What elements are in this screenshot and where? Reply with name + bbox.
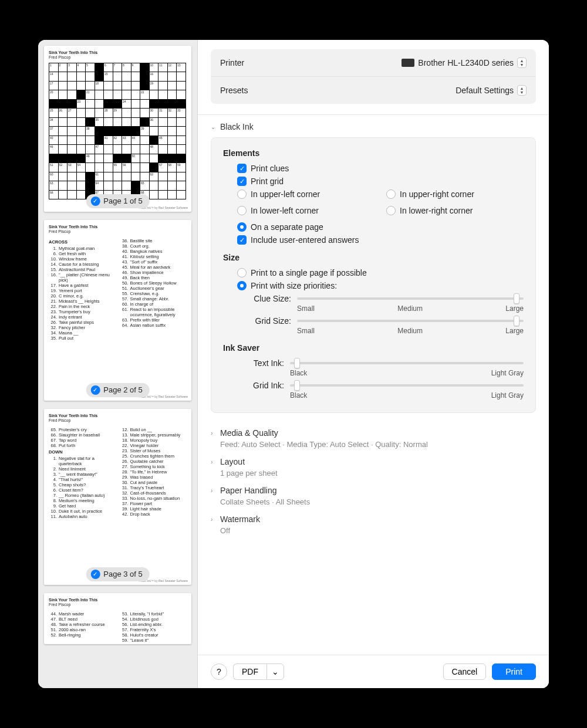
section-paper-handling: ›Paper Handling Collate Sheets · All She… xyxy=(198,479,549,507)
chevron-right-icon: › xyxy=(211,487,217,494)
elements-heading: Elements xyxy=(223,148,524,158)
section-header-paper[interactable]: ›Paper Handling xyxy=(211,486,536,495)
radio-size-priorities[interactable] xyxy=(237,281,247,290)
page-badge-label: Page 1 of 5 xyxy=(103,197,143,206)
text-ink-label: Text Ink: xyxy=(242,358,284,368)
presets-value: Default Settings xyxy=(456,86,514,95)
section-layout: ›Layout 1 page per sheet xyxy=(198,450,549,479)
check-icon: ✓ xyxy=(90,570,100,579)
printer-icon xyxy=(402,59,414,67)
cancel-button[interactable]: Cancel xyxy=(443,663,487,680)
section-sub-layout: 1 page per sheet xyxy=(220,469,536,478)
chevron-updown-icon[interactable]: ▲▼ xyxy=(517,85,527,96)
check-icon: ✓ xyxy=(90,385,100,395)
radio-upper-right[interactable] xyxy=(386,189,396,199)
section-header-layout[interactable]: ›Layout xyxy=(211,457,536,466)
section-header-watermark[interactable]: ›Watermark xyxy=(211,514,536,524)
grid-ink-label: Grid Ink: xyxy=(242,381,284,390)
clue-columns: ACROSS1.Mythical goat-man6.Get fresh wit… xyxy=(49,238,187,341)
page-badge-label: Page 3 of 5 xyxy=(103,570,143,579)
clue-size-slider[interactable] xyxy=(297,297,524,300)
grid-size-label: Grid Size: xyxy=(249,316,291,326)
puzzle-title: Sink Your Teeth Into This xyxy=(49,50,187,55)
crossword-grid: 1234567891011121314151617181920212223242… xyxy=(49,63,187,200)
print-dialog: Sink Your Teeth Into This Fred Piscop 12… xyxy=(38,40,549,688)
settings-pane: Printer Brother HL-L2340D series ▲▼ Pres… xyxy=(198,40,549,688)
puzzle-author: Fred Piscop xyxy=(49,229,187,234)
pdf-button-main[interactable]: PDF xyxy=(233,663,266,680)
section-sub-watermark: Off xyxy=(220,526,536,535)
section-title: Black Ink xyxy=(220,122,254,131)
clue-columns: 65.Protester's cry66.Slaughter in baseba… xyxy=(49,427,187,519)
section-sub-media: Feed: Auto Select · Media Type: Auto Sel… xyxy=(220,440,536,449)
page-thumb-3[interactable]: Sink Your Teeth Into This Fred Piscop 65… xyxy=(44,409,191,585)
checkbox-include-answers[interactable]: ✓ xyxy=(237,235,247,245)
help-button[interactable]: ? xyxy=(211,663,227,680)
clue-columns: 44.Marsh wader47.BLT need48.Take a refre… xyxy=(49,611,187,643)
page-badge-2[interactable]: ✓ Page 2 of 5 xyxy=(86,383,150,397)
presets-label: Presets xyxy=(220,86,248,95)
text-ink-slider[interactable] xyxy=(290,362,524,364)
presets-row[interactable]: Presets Default Settings ▲▼ xyxy=(211,76,536,104)
pdf-button[interactable]: PDF ⌄ xyxy=(233,663,284,680)
top-settings-group: Printer Brother HL-L2340D series ▲▼ Pres… xyxy=(211,49,536,104)
radio-lower-left[interactable] xyxy=(237,206,247,215)
section-header-black-ink[interactable]: ⌄ Black Ink xyxy=(211,122,536,131)
puzzle-title: Sink Your Teeth Into This xyxy=(49,414,187,418)
chevron-down-icon: ⌄ xyxy=(211,124,217,130)
checkbox-print-grid[interactable]: ✓ xyxy=(237,177,247,186)
radio-upper-left[interactable] xyxy=(237,189,247,199)
radio-lower-right[interactable] xyxy=(386,206,396,215)
printer-label: Printer xyxy=(220,58,244,67)
preview-pane: Sink Your Teeth Into This Fred Piscop 12… xyxy=(38,40,198,688)
section-media-quality: ›Media & Quality Feed: Auto Select · Med… xyxy=(198,421,549,450)
page-thumb-2[interactable]: Sink Your Teeth Into This Fred Piscop AC… xyxy=(44,220,191,401)
puzzle-author: Fred Piscop xyxy=(49,418,187,423)
section-header-media[interactable]: ›Media & Quality xyxy=(211,428,536,438)
section-watermark: ›Watermark Off xyxy=(198,507,549,544)
printer-row[interactable]: Printer Brother HL-L2340D series ▲▼ xyxy=(211,49,536,76)
radio-single-page[interactable] xyxy=(237,268,247,277)
grid-size-slider[interactable] xyxy=(297,320,524,322)
size-heading: Size xyxy=(223,253,524,262)
page-thumb-1[interactable]: Sink Your Teeth Into This Fred Piscop 12… xyxy=(44,46,191,212)
checkbox-print-clues[interactable]: ✓ xyxy=(237,164,247,173)
clue-size-label: Clue Size: xyxy=(249,294,291,303)
footer-bar: ? PDF ⌄ Cancel Print xyxy=(198,655,549,688)
puzzle-title: Sink Your Teeth Into This xyxy=(49,225,187,229)
page-badge-3[interactable]: ✓ Page 3 of 5 xyxy=(86,567,150,581)
page-thumb-4[interactable]: Sink Your Teeth Into This Fred Piscop 44… xyxy=(44,593,191,644)
chevron-updown-icon[interactable]: ▲▼ xyxy=(517,57,527,68)
chevron-down-icon: ⌄ xyxy=(272,667,279,676)
chevron-right-icon: › xyxy=(211,459,217,465)
radio-separate-page[interactable] xyxy=(237,222,247,232)
page-badge-label: Page 2 of 5 xyxy=(103,385,143,395)
chevron-right-icon: › xyxy=(211,430,217,436)
print-button[interactable]: Print xyxy=(492,663,536,680)
puzzle-author: Fred Piscop xyxy=(49,602,187,607)
puzzle-title: Sink Your Teeth Into This xyxy=(49,598,187,602)
dialog-content: Sink Your Teeth Into This Fred Piscop 12… xyxy=(38,40,549,688)
chevron-right-icon: › xyxy=(211,516,217,523)
black-ink-panel: Elements ✓Print clues ✓Print grid In upp… xyxy=(211,137,536,413)
check-icon: ✓ xyxy=(90,197,100,206)
page-badge-1[interactable]: ✓ Page 1 of 5 xyxy=(86,194,150,208)
section-sub-paper: Collate Sheets · All Sheets xyxy=(220,497,536,506)
pdf-button-menu[interactable]: ⌄ xyxy=(266,663,284,680)
ink-saver-heading: Ink Saver xyxy=(223,343,524,353)
puzzle-author: Fred Piscop xyxy=(49,55,187,60)
grid-ink-slider[interactable] xyxy=(290,384,524,387)
printer-value: Brother HL-L2340D series xyxy=(418,58,514,67)
section-black-ink: ⌄ Black Ink xyxy=(198,115,549,133)
